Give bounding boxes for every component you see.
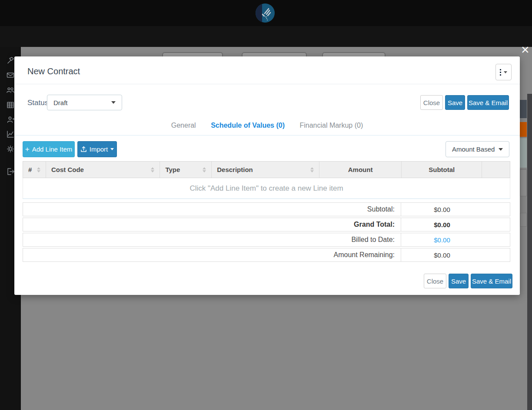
more-options-button[interactable] [495, 64, 512, 80]
tab-financial-markup[interactable]: Financial Markup (0) [299, 122, 363, 129]
chevron-down-icon [111, 101, 116, 104]
column-header-type[interactable]: Type [160, 162, 212, 178]
summary-row-amount-remaining: Amount Remaining: $0.00 [23, 248, 510, 262]
upload-icon [80, 146, 87, 152]
save-email-button[interactable]: Save & Email [471, 274, 512, 288]
sort-icon [203, 167, 206, 172]
top-bar [0, 0, 532, 26]
plus-icon: + [25, 145, 30, 154]
summary-spacer [483, 233, 510, 246]
dimmed-element [520, 213, 527, 227]
add-line-item-button[interactable]: + Add Line Item [23, 141, 75, 157]
save-email-button[interactable]: Save & Email [467, 95, 509, 110]
column-header-actions [482, 162, 510, 178]
column-header-cost-code[interactable]: Cost Code [46, 162, 160, 178]
header-label: Subtotal [429, 166, 455, 173]
scrollbar-track[interactable] [527, 94, 532, 410]
close-icon[interactable]: × [521, 43, 529, 56]
line-items-table: # Cost Code Type Description Amount Subt… [23, 161, 510, 199]
knowify-logo-icon [256, 3, 275, 23]
header-label: Cost Code [51, 166, 84, 173]
table-header-row: # Cost Code Type Description Amount Subt… [23, 161, 510, 178]
amount-based-value: Amount Based [452, 145, 495, 153]
summary-spacer [483, 248, 510, 261]
reports-icon[interactable] [6, 130, 15, 139]
column-header-amount: Amount [319, 162, 402, 178]
summary-label: Billed to Date: [23, 233, 401, 246]
kebab-icon [500, 69, 501, 76]
header-label: # [28, 166, 32, 173]
header-label: Type [165, 166, 180, 173]
status-select[interactable]: Draft [47, 95, 122, 110]
logout-icon[interactable] [6, 167, 15, 176]
summary-value: $0.00 [401, 248, 483, 261]
summary-spacer [483, 218, 510, 231]
summary-value: $0.00 [401, 203, 483, 216]
chevron-down-icon [504, 71, 507, 73]
sort-icon [310, 167, 314, 172]
dimmed-element [520, 100, 527, 118]
column-header-description[interactable]: Description [212, 162, 319, 178]
header-label: Amount [348, 166, 373, 173]
summary-label: Grand Total: [23, 218, 401, 231]
sort-icon [37, 167, 40, 172]
header-label: Description [217, 166, 253, 173]
contacts-icon[interactable] [6, 115, 15, 124]
tab-general[interactable]: General [171, 122, 196, 129]
dimmed-element [520, 138, 527, 168]
tab-bar: General Schedule of Values (0) Financial… [14, 122, 520, 129]
empty-state-row: Click "Add Line Item" to create a new Li… [23, 178, 510, 199]
sort-icon [151, 167, 154, 172]
summary-row-subtotal: Subtotal: $0.00 [23, 202, 510, 216]
save-button[interactable]: Save [449, 274, 469, 288]
chevron-down-icon [110, 148, 114, 150]
summary-label: Amount Remaining: [23, 248, 401, 261]
empty-state-message: Click "Add Line Item" to create a new Li… [190, 184, 343, 193]
add-line-item-label: Add Line Item [32, 145, 73, 153]
amount-based-select[interactable]: Amount Based [446, 141, 509, 157]
import-label: Import [90, 145, 108, 153]
dimmed-element [520, 169, 527, 196]
tab-schedule-of-values[interactable]: Schedule of Values (0) [211, 122, 285, 129]
tools-icon[interactable] [6, 56, 15, 65]
team-icon[interactable] [6, 86, 15, 94]
column-header-number[interactable]: # [23, 162, 46, 178]
dimmed-element [520, 122, 527, 137]
tabs-divider [14, 135, 520, 136]
close-button[interactable]: Close [424, 274, 446, 288]
settings-icon[interactable] [6, 145, 15, 153]
status-value: Draft [53, 99, 68, 106]
save-button[interactable]: Save [445, 95, 465, 110]
header-divider [14, 84, 520, 84]
mail-icon[interactable] [6, 71, 15, 79]
modal-title: New Contract [27, 66, 80, 76]
billed-to-date-link[interactable]: $0.00 [401, 233, 483, 246]
column-header-subtotal: Subtotal [402, 162, 482, 178]
new-contract-modal: New Contract Status: Draft Close Save Sa… [14, 56, 520, 295]
schedule-icon[interactable] [6, 100, 15, 109]
summary-value: $0.00 [401, 218, 483, 231]
import-button[interactable]: Import [77, 141, 117, 157]
chevron-down-icon [499, 148, 503, 151]
close-button[interactable]: Close [420, 95, 443, 110]
summary-row-billed-to-date: Billed to Date: $0.00 [23, 233, 510, 247]
summary-spacer [483, 203, 510, 216]
summary-row-grand-total: Grand Total: $0.00 [23, 218, 510, 231]
nav-bar: ☆ Online 4 Plex Build Co... Contracts [0, 26, 532, 47]
summary-label: Subtotal: [23, 203, 401, 216]
